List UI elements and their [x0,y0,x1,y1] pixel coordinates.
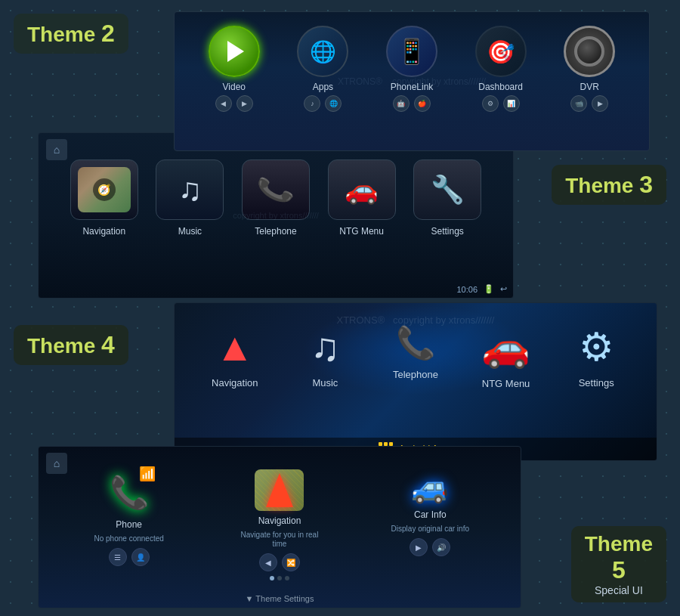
theme4-telephone-item[interactable]: 📞 Telephone [374,324,457,380]
theme5-screen: ⌂ 📞 📶 Phone No phone connected ☰ 👤 Navig… [38,446,521,608]
video-label: Video [223,82,246,92]
apple-btn[interactable]: 🍎 [414,95,431,112]
t5-home-button[interactable]: ⌂ [46,453,67,474]
theme-settings-bar[interactable]: ▼ Theme Settings [39,590,521,608]
page-dot-1 [270,576,274,580]
t5-nav-sublabel: Navigate for you in real time [238,531,321,549]
nav-map-icon: 🧭 [78,167,131,212]
prev-button[interactable]: ◀ [215,95,232,112]
apps-circle: 🌐 [297,26,348,77]
theme3-settings-item[interactable]: 🔧 Settings [406,159,489,237]
t5-phone-sublabel: No phone connected [94,534,164,543]
ntg-car-icon: 🚗 [345,174,379,206]
navigation-label: Navigation [82,226,125,237]
theme2-screen: XTRONS® copyright by xtrons/////// Video… [174,11,650,151]
apps-label: Apps [313,82,333,92]
theme5-carinfo-item[interactable]: 🚙 Car Info Display original car info ▶ 🔊 [388,469,471,556]
theme2-phonelink-item[interactable]: 📱 PhoneLink [374,26,450,92]
apps-icon: 🌐 [310,39,336,64]
theme4-settings-item[interactable]: ⚙ Settings [555,324,638,388]
t4-tel-label: Telephone [393,369,438,380]
t5-carinfo-sublabel: Display original car info [391,525,469,534]
theme5-sublabel: Special UI [585,584,653,596]
wifi-signal-icon: 📶 [139,466,156,482]
theme4-title: Theme 4 [27,334,115,358]
apps-sub2[interactable]: 🌐 [325,95,342,112]
theme5-phone-item[interactable]: 📞 📶 Phone No phone connected ☰ 👤 [88,469,171,566]
theme2-label: Theme 2 [14,14,128,54]
theme5-icon-row: 📞 📶 Phone No phone connected ☰ 👤 Navigat… [39,447,521,571]
ntg-box: 🚗 [328,159,396,220]
page-dot-3 [285,576,289,580]
t4-music-label: Music [312,377,338,388]
settings-box: 🔧 [413,159,481,220]
theme2-icon-row: Video 🌐 Apps 📱 PhoneLink 🎯 Dashboard [175,12,649,92]
android-btn[interactable]: 🤖 [393,95,410,112]
theme3-telephone-item[interactable]: 📞 Telephone [234,159,317,237]
phone-wrap: 📞 📶 [107,469,152,515]
next-button[interactable]: ▶ [236,95,253,112]
apps-sub1[interactable]: ♪ [304,95,320,112]
theme5-label: Theme 5 Special UI [571,526,666,602]
nav-sub-btn1[interactable]: ◀ [259,553,277,571]
theme3-screen: ⌂ copyright by xtrons/////// 🧭 Navigatio… [38,132,514,299]
home-button[interactable]: ⌂ [46,139,67,160]
t4-ntg-label: NTG Menu [482,378,530,389]
theme2-sub-row: ◀ ▶ ♪ 🌐 🤖 🍎 ⚙ 📊 📹 ▶ [175,92,649,112]
phonelink-label: PhoneLink [391,82,434,92]
t4-nav-label: Navigation [212,377,258,388]
video-circle [209,26,260,77]
settings-bar-label: ▼ Theme Settings [246,594,314,603]
theme4-music-item[interactable]: ♫ Music [283,324,366,388]
theme3-navigation-item[interactable]: 🧭 Navigation [63,159,146,237]
music-label: Music [178,226,202,237]
dash-sub2[interactable]: 📊 [503,95,520,112]
music-note-icon: ♫ [178,172,202,208]
theme5-nav-item[interactable]: Navigation Navigate for you in real time… [238,469,321,571]
t4-car-icon: 🚗 [481,324,530,370]
phone-sub-btn2[interactable]: 👤 [131,548,150,566]
dashboard-circle: 🎯 [475,26,527,77]
dvr-sub1[interactable]: 📹 [570,95,587,112]
carinfo-sub-btn2[interactable]: 🔊 [432,538,450,556]
dashboard-label: Dashboard [478,82,523,92]
dash-sub1[interactable]: ⚙ [482,95,499,112]
carinfo-sub-buttons: ▶ 🔊 [410,538,450,556]
dvr-sub2[interactable]: ▶ [592,95,608,112]
carinfo-sub-btn1[interactable]: ▶ [410,538,428,556]
battery-icon: 🔋 [484,284,494,294]
theme3-ntg-item[interactable]: 🚗 NTG Menu [320,159,403,237]
theme4-ntg-item[interactable]: 🚗 NTG Menu [465,324,548,389]
nav-arrow-icon [266,473,293,507]
ntg-label: NTG Menu [339,226,384,237]
theme2-dvr-item[interactable]: DVR [552,26,627,92]
theme4-icon-row: ▲ Navigation ♫ Music 📞 Telephone 🚗 NTG M… [175,303,657,389]
theme3-music-item[interactable]: ♫ Music [148,159,231,237]
time-display: 10:06 [456,285,478,294]
t4-settings-icon: ⚙ [579,324,614,370]
dvr-sub-controls: 📹 ▶ [552,95,627,112]
t5-nav-label: Navigation [258,515,301,526]
phone-sub-btn1[interactable]: ☰ [109,548,127,566]
phonelink-circle: 📱 [386,26,437,77]
car-info-icon: 🚙 [411,469,449,505]
t4-settings-label: Settings [579,377,614,388]
t4-music-icon: ♫ [311,324,340,370]
theme4-navigation-item[interactable]: ▲ Navigation [193,324,277,388]
dvr-circle [564,26,615,77]
theme5-title: Theme 5 [585,532,653,584]
navigation-box: 🧭 [70,159,138,220]
back-icon[interactable]: ↩ [500,284,507,294]
t5-carinfo-label: Car Info [414,509,447,520]
status-bar: 10:06 🔋 ↩ [456,284,507,294]
theme3-title: Theme 3 [565,174,653,197]
nav-sub-btn2[interactable]: 🔀 [282,553,300,571]
theme2-title: Theme 2 [27,23,115,46]
theme2-dashboard-item[interactable]: 🎯 Dashboard [463,26,539,92]
theme2-video-item[interactable]: Video [196,26,272,92]
t4-tel-icon: 📞 [396,324,435,361]
theme4-label: Theme 4 [14,325,128,365]
phone-sub-buttons: ☰ 👤 [109,548,150,566]
theme2-apps-item[interactable]: 🌐 Apps [285,26,360,92]
dashboard-sub-controls: ⚙ 📊 [463,95,539,112]
